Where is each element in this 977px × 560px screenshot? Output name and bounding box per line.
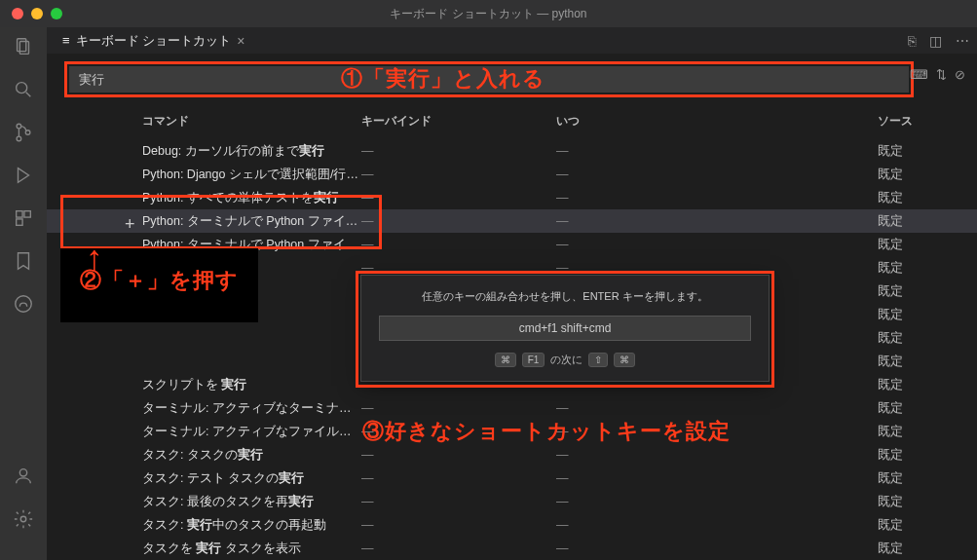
row-source: 既定 [878,354,959,370]
row-when: — [556,541,878,555]
svg-marker-7 [19,168,29,183]
split-editor-icon[interactable]: ◫ [929,33,942,49]
search-actions: ⌨ ⇅ ⊘ [910,67,965,82]
minimize-window[interactable] [31,8,43,19]
row-when: — [556,191,878,205]
row-command: タスク: テスト タスクの実行 [64,470,361,487]
row-when: — [556,401,878,415]
row-keybind: — [361,144,556,158]
svg-point-5 [17,136,21,141]
dialog-message: 任意のキーの組み合わせを押し、ENTER キーを押します。 [379,289,751,304]
row-source: 既定 [878,307,959,323]
table-row[interactable]: タスク: テスト タスクの実行——既定 [47,467,977,490]
titlebar: キーボード ショートカット — python [0,0,977,27]
row-source: 既定 [878,470,959,487]
more-icon[interactable]: ⋯ [956,33,969,49]
github-icon[interactable] [12,292,35,316]
row-when: — [556,471,878,485]
table-row[interactable]: Python: すべての単体テストを実行——既定 [47,186,977,209]
row-command: タスク: タスクの実行 [64,447,361,464]
keybinding-dialog: 任意のキーの組み合わせを押し、ENTER キーを押します。 ⌘ F1 の次に ⇧… [360,275,770,382]
svg-point-11 [16,296,32,313]
row-source: 既定 [878,400,959,417]
table-row[interactable]: タスクを 実行 タスクを表示——既定 [47,537,977,560]
row-command: Python: Django シェルで選択範囲/行を 実行 [64,167,361,183]
table-row[interactable]: Debug: カーソル行の前まで実行——既定 [47,139,977,163]
row-keybind: — [361,495,556,508]
row-when: — [556,261,878,275]
tab-label: キーボード ショートカット [76,32,232,50]
row-keybind: — [361,541,556,555]
clear-icon[interactable]: ⊘ [955,67,965,82]
annotation-arrow: ↑ [86,238,103,279]
table-row[interactable]: Python: ターミナルで Python ファイルを実行——既定 [47,209,977,233]
col-command[interactable]: コマンド [64,113,361,130]
dialog-keys: ⌘ F1 の次に ⇧ ⌘ [379,353,751,367]
svg-point-4 [17,124,21,129]
key-f1: F1 [522,353,545,367]
svg-point-13 [20,516,26,522]
row-source: 既定 [878,377,959,393]
run-debug-icon[interactable] [12,164,35,187]
table-header: コマンド キーバインド いつ ソース [47,105,977,139]
explorer-icon[interactable] [12,35,35,58]
row-source: 既定 [878,260,959,277]
annotation-3: ③好きなショートカットキーを設定 [362,417,731,446]
record-keys-icon[interactable]: ⌨ [910,67,928,82]
tab-keyboard-shortcuts[interactable]: ≡ キーボード ショートカット × [55,28,252,54]
search-icon[interactable] [12,78,35,101]
svg-rect-1 [19,42,28,55]
row-source: 既定 [878,143,959,160]
tab-actions: ⎘ ◫ ⋯ [908,33,969,49]
row-when: — [556,495,878,508]
keybinding-input[interactable] [379,316,751,341]
tab-bar: ≡ キーボード ショートカット × ⎘ ◫ ⋯ [47,27,977,54]
open-json-icon[interactable]: ⎘ [908,33,916,49]
extensions-icon[interactable] [12,206,35,230]
row-when: — [556,448,878,462]
svg-point-2 [17,83,27,93]
maximize-window[interactable] [51,8,62,19]
row-keybind: — [361,168,556,181]
table-row[interactable]: Python: Django シェルで選択範囲/行を 実行——既定 [47,163,977,186]
source-control-icon[interactable] [12,121,35,144]
keyboard-icon: ≡ [62,33,70,48]
row-keybind: — [361,448,556,462]
col-source[interactable]: ソース [878,113,959,130]
row-source: 既定 [878,447,959,464]
table-row[interactable]: タスク: タスクの実行——既定 [47,443,977,467]
row-source: 既定 [878,237,959,253]
col-when[interactable]: いつ [556,113,878,130]
key-cmd: ⌘ [495,353,516,367]
row-command: スクリプトを 実行 [64,377,361,393]
settings-icon[interactable] [12,507,35,531]
col-keybind[interactable]: キーバインド [361,113,556,130]
row-source: 既定 [878,213,959,230]
traffic-lights [0,8,62,19]
row-source: 既定 [878,167,959,183]
add-keybinding-icon[interactable]: + [125,214,135,235]
table-row[interactable]: タスク: 実行中のタスクの再起動——既定 [47,513,977,537]
table-row[interactable]: タスク: 最後のタスクを再実行——既定 [47,490,977,513]
accounts-icon[interactable] [12,465,35,488]
row-when: — [556,144,878,158]
sort-icon[interactable]: ⇅ [936,67,947,82]
svg-point-6 [25,131,30,135]
close-icon[interactable]: × [237,33,244,49]
row-keybind: — [361,518,556,532]
row-when: — [556,168,878,181]
svg-rect-9 [24,211,30,217]
row-when: — [556,238,878,251]
annotation-1: ①「実行」と入れる [341,64,545,93]
row-command: ターミナル: アクティブなファイルをアクティ… [64,424,361,440]
row-command: Debug: カーソル行の前まで実行 [64,143,361,160]
window-title: キーボード ショートカット — python [390,6,586,22]
bookmark-icon[interactable] [12,249,35,273]
dialog-mid: の次に [550,353,582,367]
svg-point-12 [19,469,26,476]
svg-rect-0 [18,39,26,52]
key-cmd2: ⌘ [614,353,635,367]
close-window[interactable] [12,8,23,19]
row-command: タスクを 実行 タスクを表示 [64,541,361,557]
row-command: ターミナル: アクティブなターミナルで選択し… [64,400,361,417]
